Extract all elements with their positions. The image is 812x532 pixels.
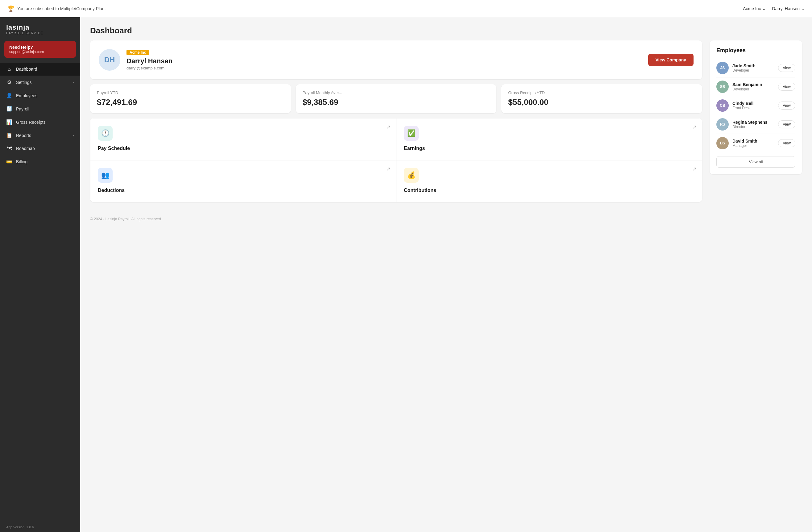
view-all-button[interactable]: View all: [716, 156, 795, 168]
nav-label-gross-receipts: Gross Receipts: [16, 120, 46, 125]
sidebar-item-settings[interactable]: ⚙ Settings ›: [0, 76, 80, 89]
deductions-icon: 👥: [98, 168, 113, 183]
view-company-button[interactable]: View Company: [648, 54, 694, 66]
nav-item-left-employees: 👤 Employees: [6, 92, 37, 98]
topbar-notification: 🏆 You are subscribed to Multiple/Company…: [8, 5, 106, 12]
sidebar-item-roadmap[interactable]: 🗺 Roadmap: [0, 142, 80, 155]
billing-icon: 💳: [6, 159, 12, 164]
employees-icon: 👤: [6, 92, 12, 98]
page-title: Dashboard: [80, 17, 812, 40]
nav-label-payroll: Payroll: [16, 106, 29, 111]
contributions-icon: 💰: [404, 168, 419, 183]
app-version: App Version: 1.8.6: [0, 522, 80, 532]
nav-item-left-billing: 💳 Billing: [6, 159, 27, 164]
pay-schedule-icon: 🕐: [98, 126, 113, 141]
settings-icon: ⚙: [6, 79, 12, 85]
dashboard-icon: ⌂: [6, 66, 12, 72]
employee-role-3: Director: [733, 125, 768, 129]
chevron-settings-icon: ›: [73, 80, 74, 85]
company-badge: Acme Inc: [127, 50, 149, 55]
arrow-deductions-icon: ↗: [386, 166, 390, 172]
sidebar-item-reports[interactable]: 📋 Reports ›: [0, 129, 80, 142]
feature-grid: ↗ 🕐 Pay Schedule ↗ ✅ Earnings ↗ 👥 Deduct…: [90, 118, 702, 202]
feature-title-pay-schedule: Pay Schedule: [98, 146, 388, 151]
employee-left-0: JS Jade Smith Developer: [716, 62, 756, 74]
employee-name-2: Cindy Bell: [733, 101, 753, 106]
nav-item-left-payroll: 🧾 Payroll: [6, 106, 29, 112]
sidebar-item-gross-receipts[interactable]: 📊 Gross Receipts: [0, 115, 80, 129]
employee-item: SB Sam Benjamin Developer View: [716, 77, 795, 96]
employee-info-2: Cindy Bell Front Desk: [733, 101, 753, 110]
sidebar: lasinja PAYROLL SERVICE Need Help? suppo…: [0, 17, 80, 532]
nav-item-left-roadmap: 🗺 Roadmap: [6, 146, 35, 151]
left-panel: DH Acme Inc Darryl Hansen darryl@example…: [90, 40, 702, 202]
feature-card-pay-schedule[interactable]: ↗ 🕐 Pay Schedule: [90, 118, 396, 160]
help-title: Need Help?: [9, 45, 71, 50]
feature-card-contributions[interactable]: ↗ 💰 Contributions: [396, 160, 702, 202]
employees-title: Employees: [716, 47, 795, 54]
sidebar-item-dashboard[interactable]: ⌂ Dashboard: [0, 63, 80, 76]
stat-value-1: $9,385.69: [303, 98, 490, 107]
stat-card-2: Gross Receipts YTD $55,000.00: [501, 84, 702, 113]
sidebar-item-billing[interactable]: 💳 Billing: [0, 155, 80, 168]
user-menu[interactable]: Darryl Hansen ⌄: [772, 6, 804, 11]
feature-title-deductions: Deductions: [98, 188, 388, 193]
reports-icon: 📋: [6, 132, 12, 138]
employee-avatar-4: DS: [716, 137, 729, 149]
employee-view-button-2[interactable]: View: [778, 102, 795, 110]
footer: © 2024 - Lasinja Payroll. All rights res…: [80, 212, 812, 226]
employee-avatar-3: RS: [716, 118, 729, 131]
employee-left-3: RS Regina Stephens Director: [716, 118, 768, 131]
sidebar-nav: ⌂ Dashboard ⚙ Settings › 👤 Employees 🧾 P…: [0, 63, 80, 522]
chevron-reports-icon: ›: [73, 133, 74, 138]
employee-view-button-0[interactable]: View: [778, 64, 795, 72]
topbar-right: Acme Inc ⌄ Darryl Hansen ⌄: [743, 6, 804, 11]
help-button[interactable]: Need Help? support@lasinja.com: [4, 41, 76, 58]
stat-label-1: Payroll Monthly Aver...: [303, 90, 490, 95]
nav-label-roadmap: Roadmap: [16, 146, 35, 151]
employee-view-button-1[interactable]: View: [778, 83, 795, 91]
logo-name: lasinja: [6, 24, 74, 31]
arrow-earnings-icon: ↗: [692, 124, 696, 130]
stat-label-2: Gross Receipts YTD: [508, 90, 695, 95]
employee-left-4: DS David Smith Manager: [716, 137, 757, 149]
trophy-icon: 🏆: [8, 5, 14, 12]
nav-item-left-dashboard: ⌂ Dashboard: [6, 66, 37, 72]
sidebar-item-employees[interactable]: 👤 Employees: [0, 89, 80, 102]
profile-email: darryl@example.com: [127, 66, 642, 70]
employee-info-0: Jade Smith Developer: [733, 63, 756, 73]
employee-name-4: David Smith: [733, 139, 757, 143]
employee-item: CB Cindy Bell Front Desk View: [716, 96, 795, 115]
stat-card-1: Payroll Monthly Aver... $9,385.69: [296, 84, 497, 113]
employee-name-3: Regina Stephens: [733, 120, 768, 125]
stat-card-0: Payroll YTD $72,491.69: [90, 84, 291, 113]
sidebar-item-payroll[interactable]: 🧾 Payroll: [0, 102, 80, 115]
feature-card-earnings[interactable]: ↗ ✅ Earnings: [396, 118, 702, 160]
stat-value-2: $55,000.00: [508, 98, 695, 107]
logo-sub: PAYROLL SERVICE: [6, 31, 74, 35]
gross-receipts-icon: 📊: [6, 119, 12, 125]
nav-label-reports: Reports: [16, 133, 31, 138]
content-area: DH Acme Inc Darryl Hansen darryl@example…: [80, 40, 812, 212]
user-chevron-icon: ⌄: [801, 6, 804, 11]
employee-left-2: CB Cindy Bell Front Desk: [716, 99, 753, 112]
employee-avatar-0: JS: [716, 62, 729, 74]
nav-label-settings: Settings: [16, 80, 32, 85]
sidebar-logo: lasinja PAYROLL SERVICE: [0, 17, 80, 38]
roadmap-icon: 🗺: [6, 146, 12, 151]
employee-view-button-3[interactable]: View: [778, 120, 795, 128]
company-selector[interactable]: Acme Inc ⌄: [743, 6, 766, 11]
arrow-contributions-icon: ↗: [692, 166, 696, 172]
employee-info-4: David Smith Manager: [733, 139, 757, 148]
employee-item: RS Regina Stephens Director View: [716, 115, 795, 134]
employee-view-button-4[interactable]: View: [778, 139, 795, 147]
company-name: Acme Inc: [743, 6, 761, 11]
employee-info-1: Sam Benjamin Developer: [733, 82, 762, 91]
employee-role-4: Manager: [733, 143, 757, 148]
help-email: support@lasinja.com: [9, 50, 71, 54]
feature-card-deductions[interactable]: ↗ 👥 Deductions: [90, 160, 396, 202]
employee-role-2: Front Desk: [733, 106, 753, 110]
payroll-icon: 🧾: [6, 106, 12, 112]
employee-name-1: Sam Benjamin: [733, 82, 762, 87]
employee-list: JS Jade Smith Developer View SB Sam Benj…: [716, 59, 795, 153]
